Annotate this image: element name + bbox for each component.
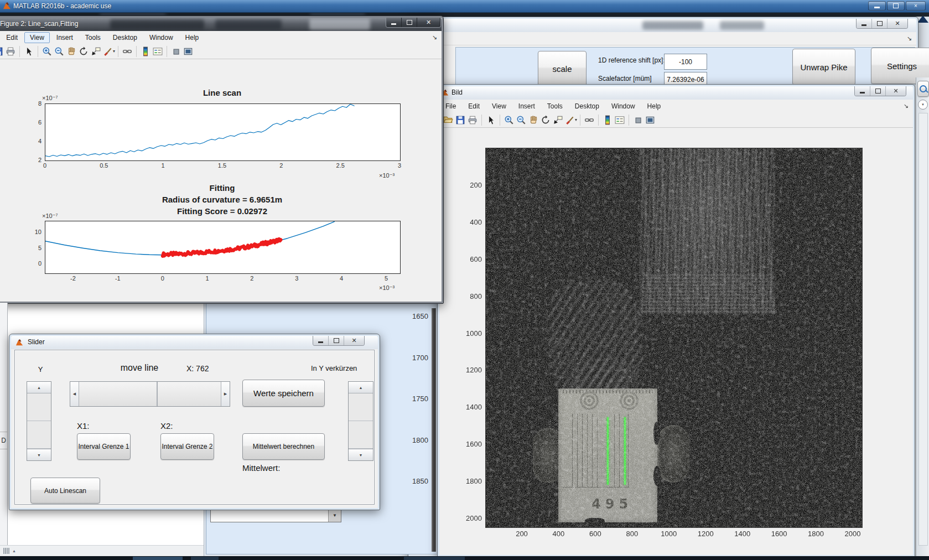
link-plot-icon[interactable] — [122, 46, 132, 56]
slider-titlebar[interactable]: Slider ✕ — [11, 336, 378, 349]
data-cursor-icon[interactable] — [91, 46, 101, 56]
gui-minimize-button[interactable] — [857, 19, 872, 28]
y-slider-track[interactable] — [27, 393, 51, 421]
docked-strip-label[interactable]: D — [0, 432, 7, 449]
brush-dropdown-icon[interactable]: ▾ — [113, 49, 115, 54]
save-icon[interactable] — [0, 46, 3, 56]
zoom-out-icon[interactable] — [516, 115, 526, 125]
main-close-button[interactable]: × — [906, 1, 926, 11]
y-slider-down-icon[interactable]: ▼ — [27, 449, 51, 460]
link-plot-icon[interactable] — [584, 115, 594, 125]
slider-restore-button[interactable] — [329, 336, 344, 345]
bild-image-axes[interactable]: 495 — [485, 148, 863, 528]
shorten-y-slider[interactable]: ▲ ▼ — [348, 381, 373, 461]
move-line-slider[interactable]: ◀ ▶ — [70, 381, 230, 407]
y-slider-up-icon[interactable]: ▲ — [27, 382, 51, 393]
slider-right-arrow-icon[interactable]: ▶ — [221, 382, 230, 406]
gui-restore-button[interactable] — [872, 19, 888, 28]
collapse-triangle-icon[interactable] — [917, 15, 928, 23]
main-minimize-button[interactable] — [868, 1, 886, 11]
menu-item-edit[interactable]: Edit — [1, 32, 23, 43]
slider-left-arrow-icon[interactable]: ◀ — [70, 382, 79, 406]
shorten-up-icon[interactable]: ▲ — [349, 382, 373, 393]
figure-minimize-button[interactable] — [386, 18, 402, 27]
brush-dropdown-icon[interactable]: ▾ — [575, 117, 577, 122]
search-icon[interactable] — [917, 81, 929, 97]
save-icon[interactable] — [455, 115, 465, 125]
werte-speichern-button[interactable]: Werte speichern — [242, 380, 325, 407]
taskbar-item[interactable] — [191, 557, 219, 560]
windows-taskbar[interactable] — [0, 556, 929, 560]
dock-window-icon[interactable] — [645, 115, 655, 125]
bild-minimize-button[interactable] — [855, 86, 870, 96]
dock-window-icon[interactable] — [183, 46, 193, 56]
taskbar-item[interactable] — [133, 557, 183, 560]
ref-shift-input[interactable]: -100 — [664, 54, 707, 70]
slider-thumb-a[interactable] — [79, 382, 157, 406]
y-slider-track2[interactable] — [27, 421, 51, 449]
bild-dock-arrow-icon[interactable]: ↘ — [904, 102, 909, 110]
figure-dock-arrow-icon[interactable]: ↘ — [432, 34, 437, 41]
pan-icon[interactable] — [66, 46, 76, 56]
menu-item-edit[interactable]: Edit — [463, 101, 485, 112]
menu-item-help[interactable]: Help — [180, 32, 205, 43]
menu-item-desktop[interactable]: Desktop — [107, 32, 143, 43]
menu-item-tools[interactable]: Tools — [80, 32, 106, 43]
menu-item-help[interactable]: Help — [642, 101, 667, 112]
unwrap-pike-button[interactable]: Unwrap Pike — [792, 49, 855, 85]
gui-close-button[interactable]: ✕ — [888, 19, 907, 28]
mittelwert-berechnen-button[interactable]: Mittelwert berechnen — [242, 433, 325, 460]
pan-icon[interactable] — [528, 115, 538, 125]
menu-item-window[interactable]: Window — [606, 101, 641, 112]
slider-close-button[interactable]: ✕ — [344, 336, 364, 345]
interval-grenze-1-button[interactable]: Interval Grenze 1 — [77, 433, 131, 460]
gui-dock-arrow-icon[interactable]: ↘ — [907, 35, 912, 42]
cursor-icon[interactable] — [24, 46, 34, 56]
cursor-icon[interactable] — [486, 115, 496, 125]
dock-figure-icon[interactable] — [633, 115, 643, 125]
insert-colorbar-icon[interactable] — [141, 46, 150, 56]
taskbar-item[interactable] — [404, 557, 465, 560]
zoom-out-icon[interactable] — [54, 46, 64, 56]
figure-titlebar[interactable]: Figure 2: Line_scan,Fitting ✕ — [0, 18, 442, 31]
insert-legend-icon[interactable] — [153, 46, 163, 56]
data-cursor-icon[interactable] — [553, 115, 563, 125]
figure-restore-button[interactable] — [402, 18, 417, 27]
interval-grenze-2-button[interactable]: Interval Grenze 2 — [160, 433, 214, 460]
menu-item-view[interactable]: View — [486, 101, 512, 112]
statusbar-grip-icon[interactable] — [3, 548, 4, 554]
slider-minimize-button[interactable] — [313, 336, 329, 345]
zoom-in-icon[interactable] — [504, 115, 514, 125]
auto-linescan-button[interactable]: Auto Linescan — [30, 478, 100, 504]
bild-titlebar[interactable]: Bild ✕ — [439, 86, 913, 100]
zoom-in-icon[interactable] — [42, 46, 52, 56]
rotate-3d-icon[interactable] — [541, 115, 551, 125]
dock-figure-icon[interactable] — [171, 46, 181, 56]
menu-item-view[interactable]: View — [24, 32, 50, 43]
scale-button[interactable]: scale — [538, 51, 587, 86]
slider-thumb-b[interactable] — [157, 382, 221, 406]
menu-item-insert[interactable]: Insert — [513, 101, 541, 112]
menu-item-tools[interactable]: Tools — [542, 101, 568, 112]
print-icon[interactable] — [6, 46, 15, 56]
y-slider[interactable]: ▲ ▼ — [27, 381, 51, 461]
insert-legend-icon[interactable] — [615, 115, 625, 125]
statusbar-arrow-icon[interactable]: ▲ — [12, 549, 16, 553]
main-restore-button[interactable] — [887, 1, 905, 11]
bild-close-button[interactable]: ✕ — [886, 86, 906, 96]
dropdown-arrow-icon[interactable]: ▼ — [328, 509, 341, 522]
menu-item-insert[interactable]: Insert — [51, 32, 79, 43]
gui-titlebar[interactable]: ✕ — [410, 19, 916, 32]
chevron-down-circle-icon[interactable]: ▼ — [918, 100, 928, 110]
menu-item-desktop[interactable]: Desktop — [569, 101, 605, 112]
bild-restore-button[interactable] — [870, 86, 886, 96]
shorten-track[interactable] — [349, 393, 373, 421]
print-icon[interactable] — [468, 115, 478, 125]
open-icon[interactable] — [443, 115, 453, 125]
brush-icon[interactable] — [103, 46, 113, 56]
shorten-down-icon[interactable]: ▼ — [349, 449, 373, 460]
figure-close-button[interactable]: ✕ — [417, 18, 440, 27]
insert-colorbar-icon[interactable] — [603, 115, 613, 125]
right-scrollbar[interactable] — [918, 113, 928, 546]
menu-item-window[interactable]: Window — [144, 32, 179, 43]
